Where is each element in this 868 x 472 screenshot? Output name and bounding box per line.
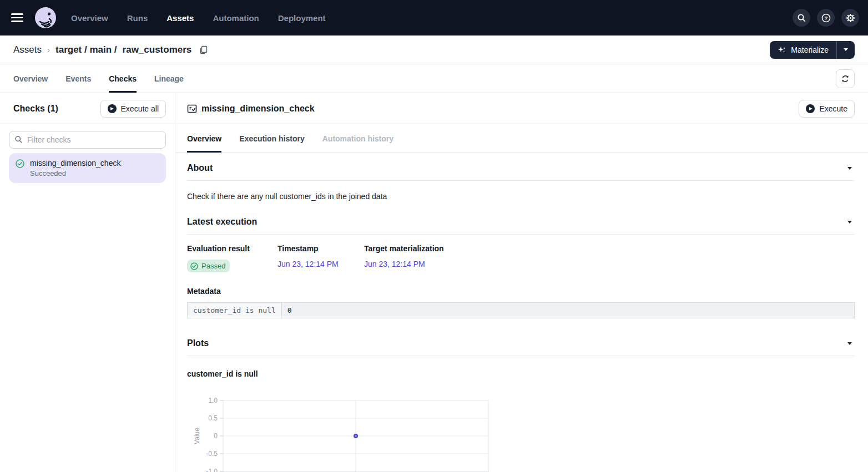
tab-execution-history[interactable]: Execution history: [239, 124, 304, 153]
execute-button[interactable]: Execute: [799, 100, 855, 118]
plots-heading: Plots: [187, 338, 209, 348]
nav-overview[interactable]: Overview: [71, 13, 108, 23]
svg-text:?: ?: [824, 15, 827, 21]
svg-text:0.5: 0.5: [208, 414, 218, 422]
metadata-table: customer_id is null 0: [187, 302, 855, 318]
breadcrumb-row: Assets › target / main / raw_customers M…: [0, 35, 868, 64]
refresh-button[interactable]: [836, 69, 855, 88]
tab-automation-history[interactable]: Automation history: [322, 124, 393, 153]
metadata-value: 0: [281, 303, 854, 318]
check-description: Check if there are any null customer_ids…: [187, 192, 855, 201]
refresh-icon: [841, 74, 850, 83]
target-materialization-link[interactable]: Jun 23, 12:14 PM: [364, 260, 444, 268]
breadcrumb: Assets › target / main / raw_customers: [13, 44, 208, 55]
y-axis-labels: 1.0 0.5 0 -0.5 -1.0: [206, 397, 218, 472]
search-icon: [797, 13, 806, 22]
checks-count-title: Checks (1): [13, 104, 58, 114]
materialize-dropdown-button[interactable]: [837, 41, 855, 59]
checks-sidebar: Checks (1) Execute all: [0, 93, 175, 472]
metadata-row: customer_id is null 0: [188, 303, 855, 318]
plots-collapse-button[interactable]: [845, 338, 855, 348]
sparkle-icon: [778, 45, 786, 54]
check-detail-tabs: Overview Execution history Automation hi…: [175, 124, 868, 153]
nav-assets[interactable]: Assets: [166, 13, 194, 23]
breadcrumb-assets-link[interactable]: Assets: [13, 44, 42, 55]
tab-lineage[interactable]: Lineage: [154, 64, 184, 93]
settings-button[interactable]: [841, 9, 859, 27]
asset-check-icon: [187, 104, 197, 114]
col-evaluation-result: Evaluation result: [187, 244, 277, 253]
about-section-header: About: [187, 163, 855, 181]
about-heading: About: [187, 163, 213, 173]
col-target-materialization: Target materialization: [364, 244, 444, 253]
latest-execution-section-header: Latest execution: [187, 217, 855, 235]
metadata-key: customer_id is null: [188, 303, 282, 318]
metadata-heading: Metadata: [187, 287, 855, 296]
menu-icon[interactable]: [11, 10, 27, 26]
svg-text:1.0: 1.0: [208, 397, 218, 404]
latest-execution-collapse-button[interactable]: [845, 217, 855, 227]
execute-all-button[interactable]: Execute all: [100, 100, 166, 118]
tab-checks[interactable]: Checks: [109, 64, 137, 93]
caret-down-icon: [847, 342, 852, 345]
svg-text:-0.5: -0.5: [206, 450, 218, 458]
plots-section-header: Plots: [187, 338, 855, 356]
search-icon: [14, 135, 23, 146]
chevron-down-icon: [844, 48, 848, 51]
caret-down-icon: [847, 221, 852, 224]
nav-runs[interactable]: Runs: [127, 13, 148, 23]
tab-overview[interactable]: Overview: [13, 64, 48, 93]
check-title: missing_dimension_check: [201, 104, 315, 114]
breadcrumb-asset-name: raw_customers: [123, 44, 192, 55]
filter-checks-input[interactable]: [9, 131, 166, 149]
chevron-right-icon: ›: [47, 45, 50, 54]
copy-button[interactable]: [199, 45, 208, 54]
data-point[interactable]: [354, 434, 357, 438]
latest-execution-heading: Latest execution: [187, 217, 257, 227]
scatter-chart: 1.0 0.5 0 -0.5 -1.0 Value Jun 23, 12:14 …: [187, 393, 855, 472]
play-icon: [806, 104, 815, 113]
dagster-logo-icon[interactable]: [34, 7, 57, 29]
plot-title: customer_id is null: [187, 369, 855, 378]
copy-icon: [199, 45, 208, 54]
latest-execution-table: Evaluation result Passed Timestamp Jun 2…: [187, 244, 855, 272]
nav-deployment[interactable]: Deployment: [278, 13, 326, 23]
svg-text:0: 0: [214, 432, 218, 440]
check-detail-panel: missing_dimension_check Execute Overview…: [175, 93, 868, 472]
materialize-button[interactable]: Materialize: [770, 41, 837, 59]
about-collapse-button[interactable]: [845, 163, 855, 173]
breadcrumb-asset-path: target / main /: [55, 44, 117, 55]
nav-automation[interactable]: Automation: [213, 13, 259, 23]
asset-tabs-row: Overview Events Checks Lineage: [0, 64, 868, 93]
top-navigation-bar: Overview Runs Assets Automation Deployme…: [0, 0, 868, 35]
check-item-name: missing_dimension_check: [30, 159, 120, 168]
svg-text:-1.0: -1.0: [206, 468, 218, 472]
caret-down-icon: [847, 167, 852, 170]
help-button[interactable]: ?: [817, 9, 835, 27]
y-axis-title: Value: [193, 428, 201, 444]
play-icon: [108, 104, 117, 113]
timestamp-link[interactable]: Jun 23, 12:14 PM: [277, 260, 364, 268]
primary-nav: Overview Runs Assets Automation Deployme…: [71, 13, 326, 23]
search-button[interactable]: [793, 9, 810, 27]
check-list-item[interactable]: missing_dimension_check Succeeded: [9, 153, 166, 183]
check-success-icon: [16, 159, 24, 177]
gear-icon: [846, 13, 855, 23]
passed-badge: Passed: [187, 260, 230, 272]
tab-check-overview[interactable]: Overview: [187, 124, 221, 153]
materialize-label: Materialize: [791, 45, 829, 54]
tab-events[interactable]: Events: [65, 64, 91, 93]
check-item-status: Succeeded: [30, 169, 120, 177]
check-circle-icon: [190, 262, 198, 270]
materialize-split-button: Materialize: [770, 41, 855, 59]
col-timestamp: Timestamp: [277, 244, 364, 253]
help-icon: ?: [821, 13, 831, 23]
